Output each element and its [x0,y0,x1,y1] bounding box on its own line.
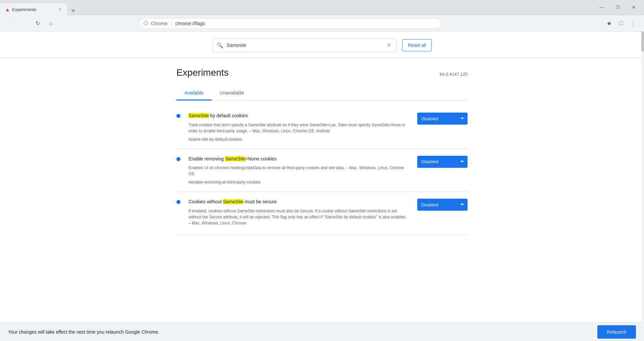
search-area: 🔍 ✕ Reset all [0,31,644,58]
flag-highlight: SameSite [223,199,244,204]
flag-title: Enable removing SameSite=None cookies [189,156,409,162]
page-content: 🔍 ✕ Reset all Experiments 84.0.4147.125 … [0,31,644,333]
toolbar-right: ★ □ ⋮ [604,18,639,29]
page-title-row: Experiments 84.0.4147.125 [176,58,468,86]
tab-unavailable[interactable]: Unavailable [212,86,252,100]
flag-description: Treat cookies that don't specify a SameS… [189,122,409,134]
active-tab[interactable]: 🔺 Experiments × [0,3,67,15]
window-controls: — ❐ ✕ [594,2,644,15]
omnibox-domain: Chrome [151,21,168,26]
scrollbar[interactable] [641,31,644,322]
relaunch-message: Your changes will take effect the next t… [8,329,592,335]
minimize-button[interactable]: — [594,2,609,13]
page-title: Experiments [176,67,229,78]
flag-highlight: SameSite [189,113,209,118]
flag-item-samesite-by-default: SameSite by default cookies Treat cookie… [176,106,468,149]
lock-icon: ⓘ [144,20,148,26]
omnibox-separator: | [171,21,172,26]
reset-all-button[interactable]: Reset all [402,39,432,51]
flag-indicator [176,200,180,204]
tab-navigation: Available Unavailable [176,86,468,100]
search-box: 🔍 ✕ [212,38,397,52]
tab-bar: 🔺 Experiments × + — ❐ ✕ [0,0,644,15]
tab-close-button[interactable]: × [57,6,63,12]
close-button[interactable]: ✕ [626,2,641,13]
flag-select-1[interactable]: Default Disabled Enabled [417,113,468,125]
tab-available[interactable]: Available [176,86,212,100]
tab-favicon: 🔺 [4,7,9,12]
flag-body: Cookies without SameSite must be secure … [189,199,409,228]
tab-title: Experiments [12,7,54,12]
back-button[interactable]: ← [5,18,16,29]
flag-link[interactable]: #enable-removing-all-third-party-cookies [189,180,261,185]
menu-button[interactable]: ⋮ [628,18,639,29]
flag-item-enable-removing-samesite: Enable removing SameSite=None cookies En… [176,149,468,192]
address-bar: ← → ↻ ⌂ ⓘ Chrome | chrome://flags ★ □ ⋮ [0,15,644,31]
bookmark-button[interactable]: ★ [604,18,614,29]
maximize-button[interactable]: ❐ [610,2,625,13]
version-label: 84.0.4147.125 [440,72,468,77]
omnibox[interactable]: ⓘ Chrome | chrome://flags [139,18,441,29]
main-content: Experiments 84.0.4147.125 Available Unav… [171,58,473,267]
flag-indicator [176,157,180,161]
omnibox-url: chrome://flags [175,21,205,26]
flag-control: Default Disabled Enabled [417,156,468,168]
clear-search-button[interactable]: ✕ [386,42,392,49]
flag-body: SameSite by default cookies Treat cookie… [189,113,409,142]
reload-button[interactable]: ↻ [32,18,43,29]
flag-highlight: SameSite [225,156,246,161]
cast-button[interactable]: □ [616,18,627,29]
new-tab-button[interactable]: + [68,6,78,15]
home-button[interactable]: ⌂ [46,18,56,29]
flag-control: Default Disabled Enabled [417,113,468,125]
flag-link[interactable]: #same-site-by-default-cookies [189,137,242,142]
flag-title: Cookies without SameSite must be secure [189,199,409,205]
flag-description: Enables UI on chrome://settings/siteData… [189,165,409,177]
flags-list: SameSite by default cookies Treat cookie… [176,100,468,241]
flag-item-cookies-without-samesite: Cookies without SameSite must be secure … [176,192,468,235]
flag-description: If enabled, cookies without SameSite res… [189,208,409,226]
scrollbar-thumb[interactable] [641,31,644,52]
flag-title: SameSite by default cookies [189,113,409,119]
flag-select-3[interactable]: Default Disabled Enabled [417,199,468,211]
forward-button[interactable]: → [19,18,30,29]
flag-select-2[interactable]: Default Disabled Enabled [417,156,468,168]
bottom-bar: Your changes will take effect the next t… [0,322,644,341]
search-input[interactable] [227,43,382,48]
browser-frame: 🔺 Experiments × + — ❐ ✕ ← → ↻ ⌂ ⓘ Chrome… [0,0,644,31]
relaunch-button[interactable]: Relaunch [597,325,636,339]
flag-body: Enable removing SameSite=None cookies En… [189,156,409,185]
flag-control: Default Disabled Enabled [417,199,468,211]
flag-indicator [176,114,180,118]
search-icon: 🔍 [217,42,223,49]
